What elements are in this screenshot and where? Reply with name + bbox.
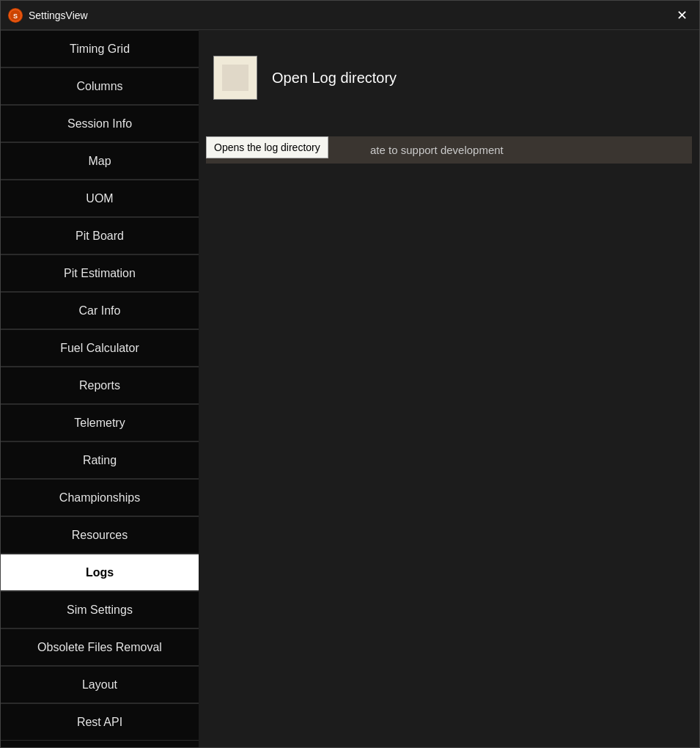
sidebar-item-telemetry[interactable]: Telemetry: [1, 404, 199, 441]
sidebar: Timing GridColumnsSession InfoMapUOMPit …: [1, 30, 199, 747]
sidebar-item-fuel-calculator[interactable]: Fuel Calculator: [1, 329, 199, 367]
sidebar-item-rest-api[interactable]: Rest API: [1, 703, 199, 741]
description-text: ate to support development: [370, 144, 504, 156]
sidebar-item-resources[interactable]: Resources: [1, 516, 199, 554]
sidebar-item-rating[interactable]: Rating: [1, 441, 199, 479]
open-log-title: Open Log directory: [272, 70, 397, 87]
app-icon: S: [8, 8, 23, 23]
window-title: SettingsView: [29, 10, 671, 21]
sidebar-item-columns[interactable]: Columns: [1, 67, 199, 105]
close-button[interactable]: ✕: [671, 5, 692, 26]
sidebar-item-pit-estimation[interactable]: Pit Estimation: [1, 254, 199, 292]
sidebar-item-timing-grid[interactable]: Timing Grid: [1, 30, 199, 67]
sidebar-item-session-info[interactable]: Session Info: [1, 105, 199, 142]
open-log-button[interactable]: [213, 56, 257, 100]
sidebar-item-reports[interactable]: Reports: [1, 367, 199, 404]
open-log-icon-graphic: [222, 65, 248, 91]
sidebar-item-pit-board[interactable]: Pit Board: [1, 217, 199, 254]
description-bar: ate to support development: [206, 136, 692, 164]
sidebar-item-championships[interactable]: Championships: [1, 479, 199, 516]
sidebar-item-uom[interactable]: UOM: [1, 180, 199, 217]
sidebar-item-logs[interactable]: Logs: [1, 554, 199, 591]
main-content: Open Log directory Opens the log directo…: [199, 30, 699, 747]
content-area: Timing GridColumnsSession InfoMapUOMPit …: [1, 30, 699, 747]
title-bar: S SettingsView ✕: [1, 1, 699, 30]
open-log-row: Open Log directory: [213, 56, 685, 100]
svg-text:S: S: [13, 12, 18, 20]
sidebar-item-obsolete-files[interactable]: Obsolete Files Removal: [1, 628, 199, 666]
settings-window: S SettingsView ✕ Timing GridColumnsSessi…: [0, 0, 700, 748]
sidebar-item-sim-settings[interactable]: Sim Settings: [1, 591, 199, 628]
sidebar-item-layout[interactable]: Layout: [1, 666, 199, 703]
sidebar-item-map[interactable]: Map: [1, 142, 199, 180]
sidebar-item-car-info[interactable]: Car Info: [1, 292, 199, 329]
